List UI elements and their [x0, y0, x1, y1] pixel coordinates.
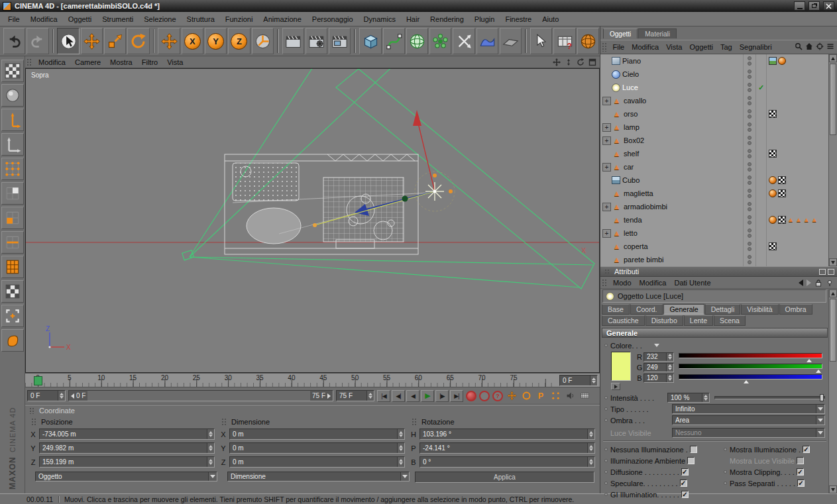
expand-icon[interactable]: +	[602, 97, 611, 105]
animation-dot[interactable]	[604, 419, 608, 422]
points-mode-button[interactable]	[1, 158, 24, 180]
record-rotation-button[interactable]	[520, 390, 532, 402]
render-settings-button[interactable]	[306, 28, 327, 54]
option-pass-separati[interactable]: Pass Separati . . . . .	[724, 479, 805, 487]
visibility-toggles[interactable]	[743, 147, 755, 160]
timeline-ruler[interactable]: 051015202530354045505560657075 0 F	[25, 373, 600, 387]
autokeying-button[interactable]	[479, 391, 490, 401]
vp-menu-vista[interactable]: Vista	[162, 58, 188, 66]
add-deformer-button[interactable]	[476, 28, 498, 54]
rotate-view-button[interactable]	[575, 58, 585, 66]
tab-oggetti[interactable]: Oggetti	[603, 28, 638, 38]
panel-grip[interactable]	[27, 58, 32, 66]
add-nurbs-button[interactable]	[406, 28, 428, 54]
faces-mode-button[interactable]	[1, 207, 24, 229]
rotate-tool-button[interactable]	[127, 28, 149, 54]
zoom-view-button[interactable]	[563, 58, 573, 66]
menu-file[interactable]: File	[3, 15, 25, 23]
visibility-toggles[interactable]	[743, 187, 755, 200]
stepper[interactable]	[207, 443, 214, 453]
stepper[interactable]	[207, 457, 214, 467]
visibility-toggles[interactable]	[743, 121, 755, 134]
option-pass-separati-checkbox[interactable]	[797, 479, 805, 487]
menu-selezione[interactable]: Selezione	[139, 15, 181, 23]
tree-item-coperta[interactable]: ▲coperta	[600, 240, 828, 253]
restore-button[interactable]	[809, 1, 820, 11]
animation-dot[interactable]	[604, 407, 608, 411]
undo-button[interactable]	[3, 28, 25, 54]
channel-b-slider[interactable]	[679, 374, 822, 379]
history-forward-icon[interactable]	[807, 279, 811, 286]
panel-grip[interactable]	[221, 418, 227, 425]
pan-view-button[interactable]	[551, 58, 561, 66]
stepper[interactable]	[397, 429, 404, 439]
tri-tag-icon[interactable]: ▲	[795, 216, 802, 224]
enable-toggle[interactable]	[755, 107, 766, 121]
checker-tag-icon[interactable]	[769, 110, 777, 118]
titlebar[interactable]: CINEMA 4D - [camerettabimbiSOLO.c4d *]	[0, 0, 837, 12]
expand-icon[interactable]: +	[602, 136, 611, 145]
history-back-icon[interactable]	[799, 279, 803, 286]
checker-tag-icon[interactable]	[778, 216, 786, 224]
attr-menu-modo[interactable]: Modo	[609, 279, 636, 287]
sound-button[interactable]	[564, 390, 576, 402]
minimize-button[interactable]	[794, 1, 805, 11]
option-diffusione[interactable]: Diffusione . . . . . . . . .	[604, 468, 724, 476]
deformation-mode-button[interactable]	[1, 329, 24, 352]
target-button[interactable]	[816, 42, 824, 52]
sphere-tag-icon[interactable]	[778, 57, 786, 65]
stepper[interactable]	[666, 374, 673, 382]
tree-item-letto[interactable]: +▲letto	[600, 227, 828, 240]
dock-icon[interactable]	[819, 269, 826, 275]
add-spline-button[interactable]	[383, 28, 405, 54]
panel-grip[interactable]	[602, 42, 608, 52]
tree-item-armadiobimbi[interactable]: +▲armadiobimbi	[600, 200, 828, 213]
tri-tag-icon[interactable]: ▲	[787, 216, 794, 224]
tri-tag-icon[interactable]: ▲	[811, 216, 818, 224]
menu-oggetti[interactable]: Oggetti	[63, 15, 97, 23]
attr-menu-modifica[interactable]: Modifica	[636, 279, 671, 287]
om-menu-vista[interactable]: Vista	[663, 43, 686, 51]
edges-mode-button[interactable]	[1, 231, 24, 254]
visibility-toggles[interactable]	[743, 213, 755, 227]
sphere-tag-icon[interactable]	[769, 176, 777, 184]
tree-item-luce[interactable]: Luce✓	[600, 81, 828, 94]
lock-icon[interactable]	[814, 279, 822, 287]
option-mostra-illuminazione-checkbox[interactable]	[803, 446, 810, 453]
visibility-toggles[interactable]	[743, 253, 755, 266]
attr-tab-dettagli[interactable]: Dettagli	[705, 304, 741, 315]
checker-tag-icon[interactable]	[778, 189, 786, 197]
option-illuminazione-ambiente[interactable]: Illuminazione Ambiente	[604, 457, 724, 465]
range-end-handle[interactable]: 75 F	[310, 391, 333, 401]
menu-animazione[interactable]: Animazione	[258, 15, 306, 23]
option-illuminazione-ambiente-checkbox[interactable]	[687, 457, 695, 464]
color-swatch[interactable]	[611, 352, 631, 381]
menu-finestre[interactable]: Finestre	[500, 15, 537, 23]
preview-range-slider[interactable]: 0 F 75 F	[68, 390, 333, 401]
enable-toggle[interactable]	[755, 134, 766, 147]
enable-toggle[interactable]	[755, 147, 766, 160]
enable-toggle[interactable]: ✓	[755, 81, 766, 94]
pin-icon[interactable]	[826, 279, 834, 287]
enable-toggle[interactable]	[755, 54, 766, 68]
range-start-handle[interactable]: 0 F	[69, 391, 87, 401]
scroll-down-icon[interactable]	[829, 258, 837, 266]
visibility-toggles[interactable]	[743, 134, 755, 147]
attr-tab-generale[interactable]: Generale	[663, 304, 704, 315]
menu-modifica[interactable]: Modifica	[25, 15, 63, 23]
scale-tool-button[interactable]	[104, 28, 126, 54]
stepper[interactable]	[666, 353, 673, 361]
add-environment-button[interactable]	[500, 28, 522, 54]
attr-tab-disturbo[interactable]: Disturbo	[645, 315, 683, 326]
option-nessuna-illuminazione[interactable]: Nessuna Illuminazione .	[604, 446, 724, 454]
intensity-field[interactable]: 100 %	[667, 393, 710, 403]
render-picture-viewer-button[interactable]	[329, 28, 351, 54]
texture-axis-mode-button[interactable]	[1, 280, 24, 303]
option-gi-illumination-checkbox[interactable]	[681, 491, 689, 498]
enable-toggle[interactable]	[755, 187, 766, 200]
render-view-button[interactable]	[282, 28, 304, 54]
color-mode-dropdown-icon[interactable]	[654, 344, 659, 347]
visibility-toggles[interactable]	[743, 174, 755, 187]
tree-item-cubo[interactable]: Cubo	[600, 174, 828, 187]
attr-menu-dati-utente[interactable]: Dati Utente	[671, 279, 715, 287]
